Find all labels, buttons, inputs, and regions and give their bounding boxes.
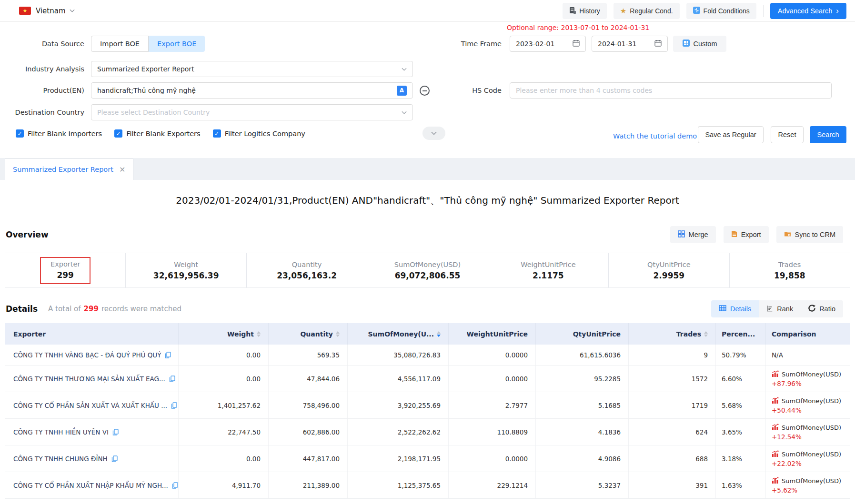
destination-country-select[interactable]: Please select Destination Country	[91, 104, 413, 120]
checkbox-icon[interactable]: ✓	[114, 129, 122, 138]
comparison-metric: SumOfMoney(USD)	[782, 477, 841, 484]
comparison-metric: SumOfMoney(USD)	[782, 397, 841, 405]
calendar-icon[interactable]	[654, 40, 662, 48]
calendar-icon[interactable]	[573, 40, 580, 48]
cell-quantity: 602,886.00	[269, 419, 348, 445]
bar-chart-icon	[772, 424, 779, 432]
stat-label: SumOfMoney(USD)	[394, 261, 461, 268]
sort-icon[interactable]	[437, 331, 441, 337]
export-boe-button[interactable]: Export BOE	[149, 36, 205, 52]
custom-range-button[interactable]: Custom	[673, 36, 726, 52]
stat-value: 23,056,163.2	[277, 271, 337, 280]
cell-percent: 5.68%	[716, 392, 766, 418]
date-to-input[interactable]: 2024-01-31	[592, 36, 668, 52]
checkbox-icon[interactable]: ✓	[16, 129, 24, 138]
details-heading: Details	[6, 304, 38, 314]
sort-icon[interactable]	[336, 331, 340, 337]
highlighted-stat: Exporter299	[40, 257, 91, 284]
sort-icon[interactable]	[257, 331, 261, 337]
matched-count: 299	[84, 305, 99, 313]
industry-analysis-select[interactable]: Summarized Exporter Report	[91, 61, 413, 77]
comparison-na: N/A	[772, 351, 783, 359]
exporter-name[interactable]: CÔNG TY TNHH CHUNG ĐỈNH	[13, 455, 108, 463]
view-ratio-button[interactable]: Ratio	[801, 300, 843, 317]
history-icon	[569, 7, 576, 15]
filter-checkbox[interactable]: ✓Filter Blank Importers	[16, 129, 102, 138]
merge-button[interactable]: Merge	[670, 226, 716, 243]
exporter-name[interactable]: CÔNG TY TNHH VÀNG BẠC - ĐÁ QUÝ PHÚ QUÝ	[13, 351, 161, 359]
export-button[interactable]: Export	[724, 226, 769, 243]
view-details-button[interactable]: Details	[711, 300, 759, 317]
copy-icon[interactable]	[112, 429, 119, 435]
folder-icon	[784, 231, 791, 238]
exporter-cell: CÔNG TY CỔ PHẦN SẢN XUẤT VÀ XUẤT KHẨU ..…	[5, 392, 179, 418]
comparison-change: +5.62%	[772, 486, 841, 494]
exporter-name[interactable]: CÔNG TY CỔ PHẦN XUẤT NHẬP KHẨU MỸ NGH...	[13, 482, 168, 489]
fold-conditions-button[interactable]: Fold Conditions	[686, 3, 756, 19]
matched-records-text: A total of299records were matched	[48, 305, 181, 313]
save-as-regular-button[interactable]: Save as Regular	[698, 126, 764, 143]
cell-percent: 50.79%	[716, 345, 766, 365]
sync-to-crm-button[interactable]: Sync to CRM	[776, 226, 843, 243]
date-from-input[interactable]: 2023-02-01	[510, 36, 586, 52]
exporter-name[interactable]: CÔNG TY TNHH THƯƠNG MẠI SẢN XUẤT EAG...	[13, 375, 165, 383]
exporter-name[interactable]: CÔNG TY CỔ PHẦN SẢN XUẤT VÀ XUẤT KHẨU ..…	[13, 402, 167, 409]
chevron-down-icon[interactable]	[70, 9, 75, 12]
checkbox-icon[interactable]: ✓	[213, 129, 221, 138]
cell-weight_unit_price: 2.7977	[449, 392, 536, 418]
translate-icon[interactable]: A	[397, 86, 407, 96]
report-title: 2023/02/01-2024/01/31,Product(EN) AND"ha…	[0, 194, 855, 207]
copy-icon[interactable]	[171, 402, 177, 409]
hs-code-input[interactable]: Please enter more than 4 customs codes	[510, 82, 832, 99]
close-icon[interactable]: ✕	[119, 165, 125, 174]
cell-sum: 1,125,375.65	[348, 472, 449, 498]
column-header-sumofmoneyu[interactable]: SumOfMoney(U...	[348, 323, 449, 345]
view-rank-button[interactable]: Rank	[759, 300, 801, 317]
country-selector[interactable]: Vietnam	[36, 7, 66, 15]
divider	[763, 5, 764, 17]
filter-checkbox[interactable]: ✓Filter Logitics Company	[213, 129, 305, 138]
collapse-form-button[interactable]	[422, 127, 445, 140]
sort-icon[interactable]	[704, 331, 708, 337]
exporter-cell: CÔNG TY TNHH VÀNG BẠC - ĐÁ QUÝ PHÚ QUÝ	[5, 345, 179, 365]
details-table: ExporterWeightQuantitySumOfMoney(U...Wei…	[5, 323, 850, 499]
bar-chart-icon	[772, 477, 779, 485]
regular-cond-button[interactable]: ★ Regular Cond.	[614, 3, 680, 19]
stat-weightunitprice: WeightUnitPrice2.1175	[488, 253, 608, 287]
tutorial-link[interactable]: Watch the tutorial demo	[613, 132, 697, 140]
cell-quantity: 211,389.00	[269, 472, 348, 498]
column-header-percen: Percen...	[716, 323, 766, 345]
cell-qty_unit_price: 4.1836	[536, 419, 629, 445]
exporter-name[interactable]: CÔNG TY TNHH HIỀN UYÊN VI	[13, 428, 109, 436]
chevron-down-icon	[402, 68, 407, 71]
exclude-icon[interactable]	[420, 86, 430, 96]
stat-label: WeightUnitPrice	[521, 261, 575, 268]
history-button[interactable]: History	[563, 3, 607, 19]
column-header-trades[interactable]: Trades	[629, 323, 716, 345]
cell-comparison: SumOfMoney(USD)+87.96%	[766, 366, 850, 392]
cell-quantity: 569.35	[269, 345, 348, 365]
tab-summarized-exporter-report[interactable]: Summarized Exporter Report ✕	[5, 158, 133, 180]
copy-icon[interactable]	[111, 455, 118, 462]
cell-quantity: 447,817.00	[269, 445, 348, 472]
stat-sumofmoney(usd): SumOfMoney(USD)69,072,806.55	[367, 253, 487, 287]
cell-sum: 2,198,171.95	[348, 445, 449, 472]
filter-checkbox[interactable]: ✓Filter Blank Exporters	[114, 129, 200, 138]
product-en-input[interactable]: handicraft;Thủ công mỹ nghệ A	[91, 82, 413, 99]
time-frame-label: Time Frame	[443, 36, 502, 52]
overview-heading: Overview	[6, 230, 49, 239]
copy-icon[interactable]	[165, 352, 171, 358]
comparison-metric: SumOfMoney(USD)	[782, 424, 841, 431]
column-header-weight[interactable]: Weight	[179, 323, 269, 345]
cell-weight: 4,911.70	[179, 472, 269, 498]
stat-trades: Trades19,858	[729, 253, 850, 287]
import-boe-button[interactable]: Import BOE	[91, 36, 149, 52]
tab-strip: Summarized Exporter Report ✕	[0, 158, 855, 180]
reset-button[interactable]: Reset	[771, 126, 804, 143]
advanced-search-button[interactable]: Advanced Search ›	[770, 3, 846, 19]
checkbox-label: Filter Blank Exporters	[126, 130, 200, 138]
column-header-quantity[interactable]: Quantity	[269, 323, 348, 345]
search-button[interactable]: Search	[810, 126, 846, 143]
copy-icon[interactable]	[169, 376, 175, 382]
copy-icon[interactable]	[172, 482, 178, 489]
